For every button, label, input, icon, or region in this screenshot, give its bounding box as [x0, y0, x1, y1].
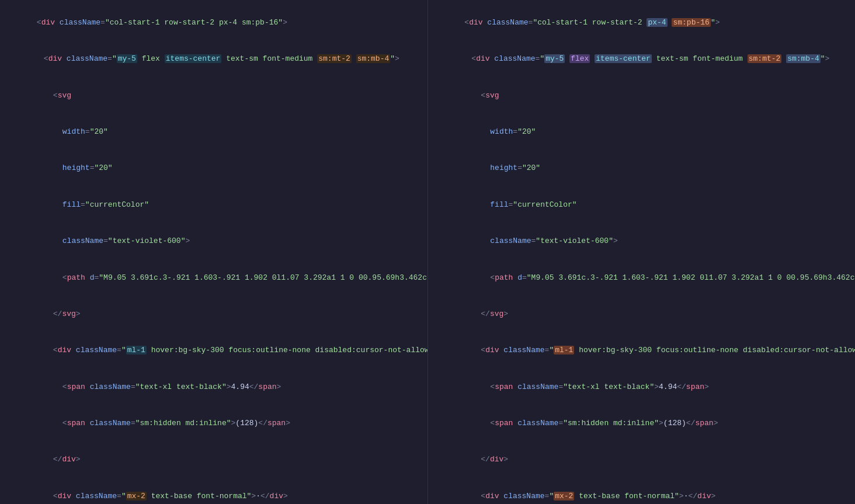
code-line: <div className="mx-2 text-base font-norm…	[428, 478, 856, 504]
string: "col-start-1 row-start-2 px-4 sm:pb-16"	[105, 18, 283, 27]
code-line: <path d="M9.05 3.691c.3-.921 1.603-.921 …	[428, 260, 856, 296]
code-line: <span className="sm:hidden md:inline">(1…	[428, 405, 856, 442]
code-line: <div className="mx-2 text-base font-norm…	[0, 478, 427, 504]
punct: <	[37, 18, 41, 27]
code-line: height="20"	[428, 151, 856, 187]
code-line: fill="currentColor"	[428, 187, 856, 223]
code-line: </svg>	[428, 296, 856, 332]
code-line: </div>	[428, 442, 856, 478]
code-line: width="20"	[0, 114, 427, 150]
code-line: <span className="text-xl text-black">4.9…	[428, 369, 856, 405]
code-line: <span className="sm:hidden md:inline">(1…	[0, 405, 427, 442]
code-line: className="text-violet-600">	[0, 223, 427, 259]
code-line: <div className="my-5 flex items-center t…	[0, 41, 427, 77]
code-line: width="20"	[428, 114, 856, 150]
code-line: </div>	[0, 442, 427, 478]
left-pane: <div className="col-start-1 row-start-2 …	[0, 0, 428, 504]
code-line: <div className="ml-1 hover:bg-sky-300 fo…	[0, 333, 427, 369]
right-pane: <div className="col-start-1 row-start-2 …	[428, 0, 856, 504]
code-line: <path d="M9.05 3.691c.3-.921 1.603-.921 …	[0, 260, 427, 296]
code-line: <div className="ml-1 hover:bg-sky-300 fo…	[428, 333, 856, 369]
code-line: <div className="col-start-1 row-start-2 …	[0, 5, 427, 41]
code-line: <svg	[0, 78, 427, 114]
editor-container: <div className="col-start-1 row-start-2 …	[0, 0, 855, 504]
code-line: className="text-violet-600">	[428, 223, 856, 259]
code-line: height="20"	[0, 151, 427, 187]
tag: div	[41, 18, 55, 27]
code-line: fill="currentColor"	[0, 187, 427, 223]
attr-name: className	[60, 18, 100, 27]
code-line: <div className="col-start-1 row-start-2 …	[428, 5, 856, 41]
code-line: <span className="text-xl text-black">4.9…	[0, 369, 427, 405]
code-line: <div className="my-5 flex items-center t…	[428, 41, 856, 77]
code-line: </svg>	[0, 296, 427, 332]
code-line: <svg	[428, 78, 856, 114]
